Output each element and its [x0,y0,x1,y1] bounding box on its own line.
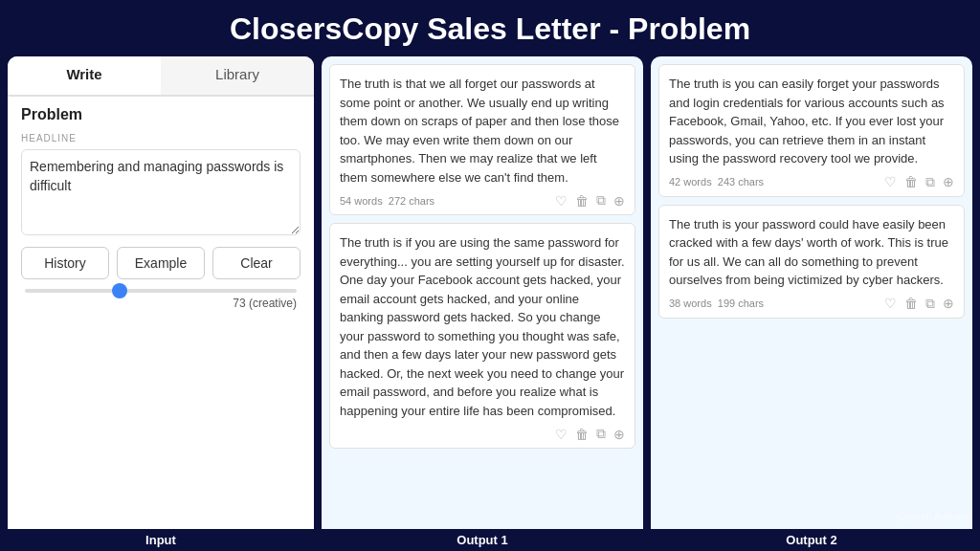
output2-stats-2: 38 words 199 chars [669,298,879,309]
trash-icon-3[interactable]: 🗑 [904,174,918,189]
copy-icon[interactable]: ⧉ [596,192,606,209]
label-output1: Output 1 [322,533,643,547]
output1-card-1: The truth is that we all forget our pass… [329,64,635,215]
label-output2: Output 2 [651,533,972,547]
labels-row: Input Output 1 Output 2 [0,529,980,551]
tab-write[interactable]: Write [8,56,161,95]
output2-panel: The truth is you can easily forget your … [651,56,972,529]
history-button[interactable]: History [21,247,109,279]
output2-text-2: The truth is your password could have ea… [669,215,954,290]
output1-card-2: The truth is if you are using the same p… [329,223,635,449]
watermark: Kripesh Adwani [896,511,969,522]
output2-meta-2: 38 words 199 chars ♡ 🗑 ⧉ ⊕ [669,296,954,312]
headline-label: HEADLINE [21,133,301,143]
heart-icon-2[interactable]: ♡ [555,427,568,442]
output2-card-2: The truth is your password could have ea… [658,205,965,319]
output2-meta-1: 42 words 243 chars ♡ 🗑 ⧉ ⊕ [669,174,954,190]
trash-icon-2[interactable]: 🗑 [575,427,589,442]
output2-text-1: The truth is you can easily forget your … [669,75,954,168]
heart-icon-4[interactable]: ♡ [884,296,897,311]
plus-icon-2[interactable]: ⊕ [613,427,625,442]
output1-scroll[interactable]: The truth is that we all forget our pass… [322,56,643,529]
output1-stats-1: 54 words 272 chars [340,195,549,207]
copy-icon-4[interactable]: ⧉ [925,296,935,312]
input-panel: Write Library Problem HEADLINE Rememberi… [8,56,314,529]
slider-label: 73 (creative) [233,297,297,310]
heart-icon[interactable]: ♡ [555,193,568,209]
slider-track[interactable] [25,289,297,293]
tab-bar: Write Library [8,56,314,97]
headline-input[interactable]: Remembering and managing passwords is di… [21,149,301,235]
tab-library[interactable]: Library [161,56,314,95]
output2-icons-1: ♡ 🗑 ⧉ ⊕ [884,174,954,190]
trash-icon[interactable]: 🗑 [575,193,589,209]
output1-meta-1: 54 words 272 chars ♡ 🗑 ⧉ ⊕ [340,192,625,209]
slider-thumb[interactable] [112,283,127,298]
action-buttons: History Example Clear [21,247,301,279]
copy-icon-3[interactable]: ⧉ [925,174,935,190]
output1-icons-1: ♡ 🗑 ⧉ ⊕ [555,192,625,209]
output1-text-2: The truth is if you are using the same p… [340,233,625,420]
output2-icons-2: ♡ 🗑 ⧉ ⊕ [884,296,954,312]
section-label: Problem [21,106,301,123]
plus-icon-3[interactable]: ⊕ [943,174,954,189]
output1-panel: The truth is that we all forget our pass… [322,56,643,529]
trash-icon-4[interactable]: 🗑 [904,296,918,311]
plus-icon[interactable]: ⊕ [613,193,625,209]
output1-icons-2: ♡ 🗑 ⧉ ⊕ [555,426,625,442]
heart-icon-3[interactable]: ♡ [884,174,897,189]
label-input: Input [8,533,314,547]
output2-card-1: The truth is you can easily forget your … [658,64,965,197]
output2-scroll[interactable]: The truth is you can easily forget your … [651,56,972,529]
slider-area: 73 (creative) [21,289,301,310]
output1-meta-2: ♡ 🗑 ⧉ ⊕ [340,426,625,442]
clear-button[interactable]: Clear [212,247,301,279]
copy-icon-2[interactable]: ⧉ [596,426,606,442]
page-title: ClosersCopy Sales Letter - Problem [0,0,980,56]
output1-text-1: The truth is that we all forget our pass… [340,75,625,187]
output2-stats-1: 42 words 243 chars [669,176,879,187]
example-button[interactable]: Example [117,247,205,279]
plus-icon-4[interactable]: ⊕ [943,296,954,311]
